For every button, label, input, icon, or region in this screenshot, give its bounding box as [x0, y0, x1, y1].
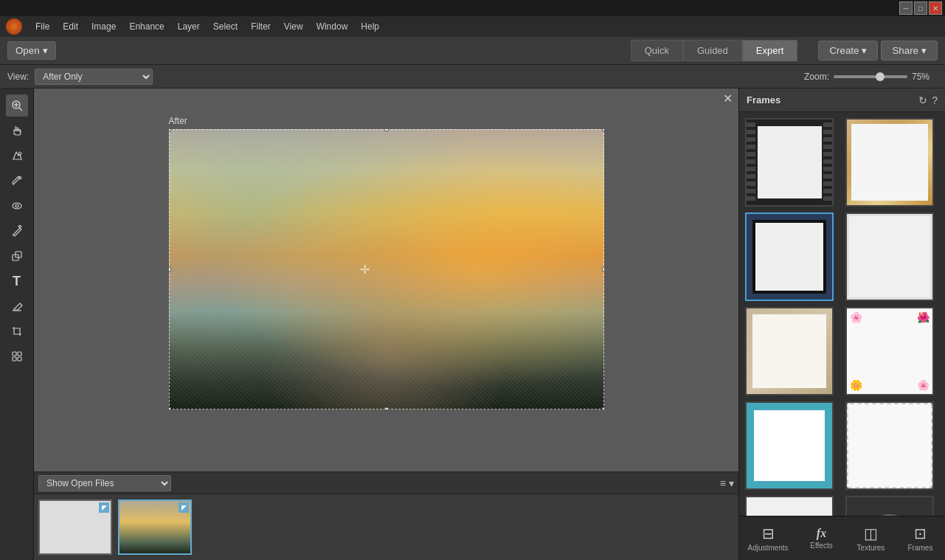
svg-rect-14 — [18, 357, 21, 361]
eraser-tool[interactable] — [6, 295, 28, 317]
share-button[interactable]: Share ▾ — [881, 41, 938, 61]
show-open-files-select[interactable]: Show Open Files — [38, 475, 171, 491]
handle-tc[interactable] — [384, 129, 389, 131]
frame-film-design — [747, 120, 832, 205]
svg-point-6 — [13, 203, 21, 209]
eye-tool[interactable] — [6, 195, 28, 217]
frame-teal-dots[interactable] — [745, 401, 834, 490]
top-toolbar: Open ▾ Quick Guided Expert Create ▾ Shar… — [0, 37, 945, 65]
effects-icon: fx — [817, 527, 826, 540]
frame-worn-inner — [752, 314, 826, 388]
zoom-label: Zoom: — [804, 72, 829, 82]
panel-header-icons: ↻ ? — [918, 94, 938, 106]
frame-scallop-design — [847, 403, 932, 488]
menu-layer[interactable]: Layer — [172, 19, 206, 34]
canvas-header: ✕ — [34, 89, 738, 108]
handle-bc[interactable] — [384, 407, 389, 409]
view-label: View: — [7, 72, 29, 82]
panel-help-icon[interactable]: ? — [932, 94, 938, 106]
right-panel: Frames ↻ ? — [738, 89, 945, 560]
handle-mr[interactable] — [602, 267, 604, 272]
textures-panel-button[interactable]: ◫ Textures — [848, 522, 893, 555]
frame-scallop[interactable] — [845, 401, 934, 490]
maximize-button[interactable]: □ — [914, 1, 927, 15]
left-toolbar: T — [0, 89, 34, 560]
tab-quick[interactable]: Quick — [631, 40, 683, 61]
filmstrip-dropdown-icon[interactable]: ▾ — [729, 477, 734, 489]
menu-enhance[interactable]: Enhance — [123, 19, 170, 34]
titlebar: ─ □ ✕ — [0, 0, 945, 16]
panel-header: Frames ↻ ? — [739, 89, 945, 112]
app-logo — [6, 18, 22, 35]
adjustments-panel-button[interactable]: ⊟ Adjustments — [741, 522, 794, 555]
tab-expert[interactable]: Expert — [742, 40, 798, 61]
frame-film-inner — [758, 126, 822, 199]
canvas-workspace: After ✛ — [34, 108, 738, 471]
extras-tool[interactable] — [6, 345, 28, 367]
handle-bl[interactable] — [169, 407, 171, 409]
pencil-tool[interactable] — [6, 220, 28, 242]
thumbnail-1[interactable]: ◤ — [38, 499, 112, 555]
quick-select-tool[interactable] — [6, 145, 28, 167]
frame-gold[interactable] — [845, 118, 934, 207]
canvas-area: ✕ After ✛ — [34, 89, 738, 471]
frame-film[interactable] — [745, 118, 834, 207]
effects-panel-button[interactable]: fx Effects — [800, 524, 844, 553]
minimize-button[interactable]: ─ — [899, 1, 913, 15]
menu-image[interactable]: Image — [86, 19, 122, 34]
filmstrip-icons: ≡ ▾ — [720, 477, 734, 489]
filmstrip-menu-icon[interactable]: ≡ — [720, 477, 726, 489]
close-canvas-button[interactable]: ✕ — [723, 91, 733, 106]
frames-panel-button[interactable]: ⊡ Frames — [898, 522, 942, 555]
frame-floral-design: 🌸 🌺 🌼 🌸 — [847, 308, 932, 394]
close-button[interactable]: ✕ — [929, 1, 942, 15]
share-label: Share — [892, 45, 918, 56]
spiral-icon — [864, 514, 915, 516]
frame-dark-spiral[interactable] — [845, 496, 934, 516]
frame-dark-border[interactable] — [745, 212, 834, 301]
menu-window[interactable]: Window — [311, 19, 354, 34]
panel-refresh-icon[interactable]: ↻ — [918, 94, 927, 106]
zoom-tool[interactable] — [6, 94, 28, 117]
svg-rect-13 — [13, 357, 16, 361]
view-select[interactable]: After Only Before Only Before & After (H… — [35, 69, 153, 85]
svg-line-1 — [19, 108, 22, 111]
frame-worn[interactable] — [745, 307, 834, 395]
tab-group: Quick Guided Expert — [631, 40, 798, 61]
frame-worn-design — [747, 308, 832, 394]
frames-grid: 🌸 🌺 🌼 🌸 — [739, 112, 945, 516]
zoom-slider[interactable] — [834, 75, 907, 78]
handle-tl[interactable] — [169, 129, 171, 131]
menu-select[interactable]: Select — [207, 19, 243, 34]
hand-tool[interactable] — [6, 120, 28, 142]
main-layout: T ✕ — [0, 89, 945, 560]
thumb-2-indicator: ◤ — [179, 502, 189, 513]
tab-guided[interactable]: Guided — [683, 40, 742, 61]
eyedropper-tool[interactable] — [6, 170, 28, 192]
handle-br[interactable] — [602, 407, 604, 409]
textures-label: Textures — [857, 544, 885, 552]
menu-file[interactable]: File — [30, 19, 55, 34]
textures-icon: ◫ — [864, 525, 878, 542]
frame-teal-inner — [754, 410, 825, 481]
image-container[interactable]: ✛ — [169, 129, 604, 409]
crop-tool[interactable] — [6, 320, 28, 342]
clone-stamp-tool[interactable] — [6, 245, 28, 267]
open-button[interactable]: Open ▾ — [7, 41, 56, 60]
handle-tr[interactable] — [602, 129, 604, 131]
frame-circle-line[interactable] — [745, 496, 834, 516]
thumbnail-2[interactable]: ◤ — [118, 499, 192, 555]
create-arrow-icon: ▾ — [862, 45, 867, 56]
menu-help[interactable]: Help — [355, 19, 385, 34]
create-label: Create — [829, 45, 859, 56]
text-tool[interactable]: T — [6, 270, 28, 292]
create-button[interactable]: Create ▾ — [818, 41, 878, 61]
frame-floral[interactable]: 🌸 🌺 🌼 🌸 — [845, 307, 934, 395]
menu-edit[interactable]: Edit — [57, 19, 84, 34]
menu-view[interactable]: View — [278, 19, 309, 34]
handle-ml[interactable] — [169, 267, 171, 272]
frame-simple[interactable] — [845, 212, 934, 301]
floral-br-icon: 🌸 — [917, 379, 930, 391]
zoom-percent: 75% — [912, 72, 938, 82]
menu-filter[interactable]: Filter — [245, 19, 277, 34]
